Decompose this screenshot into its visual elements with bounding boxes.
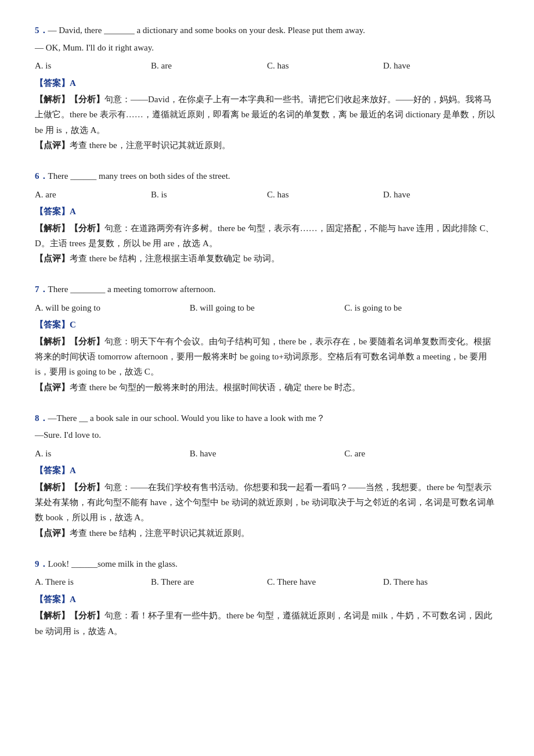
option-6-C[interactable]: C. has (267, 188, 383, 203)
question-line-7: 7．There ________ a meeting tomorrow afte… (35, 282, 499, 297)
analysis-para-9: 【解析】【分析】句意：看！杯子里有一些牛奶。there be 句型，遵循就近原则… (35, 608, 499, 639)
answer-label-8: 【答案】 (35, 466, 70, 475)
comment-text-5: 考查 there be，注意平时识记其就近原则。 (70, 141, 230, 150)
option-7-A[interactable]: A. will be going to (35, 301, 190, 316)
analysis-title-9: 【解析】【分析】 (35, 611, 104, 620)
answer-value-9: A (70, 595, 76, 604)
answer-row-5: 【答案】A (35, 76, 499, 91)
comment-title-6: 【点评】 (35, 254, 70, 263)
analysis-title-6: 【解析】【分析】 (35, 224, 104, 233)
option-5-A[interactable]: A. is (35, 59, 151, 74)
option-5-C[interactable]: C. has (267, 59, 383, 74)
options-row-8: A. isB. haveC. are (35, 447, 499, 462)
option-9-A[interactable]: A. There is (35, 575, 151, 590)
question-number-8: 8． (35, 413, 48, 423)
question-text-7: There ________ a meeting tomorrow aftern… (48, 285, 216, 294)
comment-title-7: 【点评】 (35, 383, 70, 392)
option-7-B[interactable]: B. will going to be (190, 301, 345, 316)
comment-para-5: 【点评】考查 there be，注意平时识记其就近原则。 (35, 138, 499, 153)
option-6-B[interactable]: B. is (151, 188, 267, 203)
question-block-7: 7．There ________ a meeting tomorrow afte… (35, 282, 499, 395)
answer-row-6: 【答案】A (35, 204, 499, 219)
option-6-D[interactable]: D. have (383, 188, 499, 203)
question-line-5: 5．— David, there _______ a dictionary an… (35, 23, 499, 38)
options-row-9: A. There isB. There areC. There haveD. T… (35, 575, 499, 590)
analysis-block-8: 【解析】【分析】句意：——在我们学校有售书活动。你想要和我一起看一看吗？——当然… (35, 480, 499, 541)
question-text2-5: — OK, Mum. I'll do it right away. (35, 41, 499, 56)
analysis-block-9: 【解析】【分析】句意：看！杯子里有一些牛奶。there be 句型，遵循就近原则… (35, 608, 499, 639)
question-text-5: — David, there _______ a dictionary and … (48, 26, 365, 35)
question-block-5: 5．— David, there _______ a dictionary an… (35, 23, 499, 153)
option-6-A[interactable]: A. are (35, 188, 151, 203)
option-9-D[interactable]: D. There has (383, 575, 499, 590)
question-block-6: 6．There ______ many trees on both sides … (35, 169, 499, 266)
analysis-title-7: 【解析】【分析】 (35, 337, 104, 346)
comment-text-6: 考查 there be 结构，注意根据主语单复数确定 be 动词。 (70, 254, 280, 263)
question-line-9: 9．Look! ______some milk in the glass. (35, 557, 499, 572)
question-number-6: 6． (35, 171, 48, 181)
question-number-9: 9． (35, 559, 48, 568)
answer-label-6: 【答案】 (35, 207, 70, 216)
answer-value-7: C (70, 320, 76, 329)
answer-row-8: 【答案】A (35, 463, 499, 478)
question-text-8: —There __ a book sale in our school. Wou… (48, 413, 325, 423)
analysis-title-5: 【解析】【分析】 (35, 95, 104, 104)
question-line-6: 6．There ______ many trees on both sides … (35, 169, 499, 184)
analysis-block-6: 【解析】【分析】句意：在道路两旁有许多树。there be 句型，表示有……，固… (35, 221, 499, 267)
answer-label-5: 【答案】 (35, 78, 70, 88)
options-row-5: A. isB. areC. hasD. have (35, 59, 499, 74)
analysis-block-5: 【解析】【分析】句意：——David，在你桌子上有一本字典和一些书。请把它们收起… (35, 92, 499, 153)
option-7-C[interactable]: C. is going to be (344, 301, 499, 316)
comment-title-8: 【点评】 (35, 528, 70, 538)
question-number-7: 7． (35, 285, 48, 294)
options-row-7: A. will be going toB. will going to beC.… (35, 301, 499, 316)
question-text-9: Look! ______some milk in the glass. (48, 559, 178, 568)
comment-title-5: 【点评】 (35, 141, 70, 150)
option-9-B[interactable]: B. There are (151, 575, 267, 590)
analysis-para-6: 【解析】【分析】句意：在道路两旁有许多树。there be 句型，表示有……，固… (35, 221, 499, 251)
answer-value-8: A (70, 466, 76, 475)
option-5-D[interactable]: D. have (383, 59, 499, 74)
option-8-A[interactable]: A. is (35, 447, 190, 462)
comment-para-8: 【点评】考查 there be 结构，注意平时识记其就近原则。 (35, 525, 499, 541)
answer-label-9: 【答案】 (35, 595, 70, 604)
answer-value-5: A (70, 78, 76, 88)
question-number-5: 5． (35, 26, 48, 35)
answer-value-6: A (70, 207, 76, 216)
option-8-C[interactable]: C. are (344, 447, 499, 462)
answer-row-7: 【答案】C (35, 318, 499, 333)
option-5-B[interactable]: B. are (151, 59, 267, 74)
question-line-8: 8．—There __ a book sale in our school. W… (35, 411, 499, 426)
answer-label-7: 【答案】 (35, 320, 70, 329)
question-block-9: 9．Look! ______some milk in the glass.A. … (35, 557, 499, 639)
comment-text-8: 考查 there be 结构，注意平时识记其就近原则。 (70, 528, 250, 538)
main-content: 5．— David, there _______ a dictionary an… (35, 23, 499, 639)
options-row-6: A. areB. isC. hasD. have (35, 188, 499, 203)
question-text-6: There ______ many trees on both sides of… (48, 171, 230, 181)
option-8-B[interactable]: B. have (190, 447, 345, 462)
question-block-8: 8．—There __ a book sale in our school. W… (35, 411, 499, 541)
comment-text-7: 考查 there be 句型的一般将来时的用法。根据时间状语，确定 there … (70, 383, 360, 392)
comment-para-7: 【点评】考查 there be 句型的一般将来时的用法。根据时间状语，确定 th… (35, 380, 499, 395)
analysis-title-8: 【解析】【分析】 (35, 483, 104, 492)
analysis-para-8: 【解析】【分析】句意：——在我们学校有售书活动。你想要和我一起看一看吗？——当然… (35, 480, 499, 525)
analysis-block-7: 【解析】【分析】句意：明天下午有个会议。由句子结构可知，there be，表示存… (35, 334, 499, 395)
analysis-para-7: 【解析】【分析】句意：明天下午有个会议。由句子结构可知，there be，表示存… (35, 334, 499, 380)
comment-para-6: 【点评】考查 there be 结构，注意根据主语单复数确定 be 动词。 (35, 251, 499, 266)
analysis-para-5: 【解析】【分析】句意：——David，在你桌子上有一本字典和一些书。请把它们收起… (35, 92, 499, 138)
question-text2-8: —Sure. I'd love to. (35, 428, 499, 443)
answer-row-9: 【答案】A (35, 592, 499, 607)
option-9-C[interactable]: C. There have (267, 575, 383, 590)
